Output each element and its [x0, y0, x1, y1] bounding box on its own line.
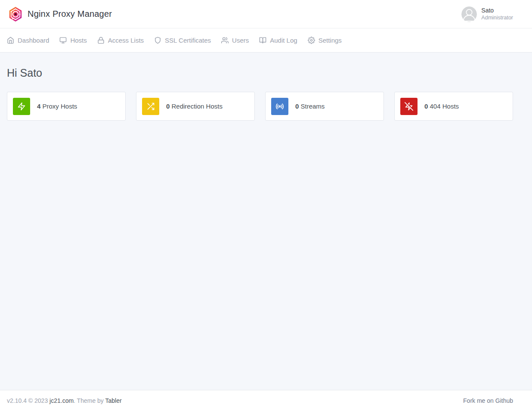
radio-icon: [271, 98, 288, 115]
main-nav: Dashboard Hosts Access Lists SSL Certifi…: [0, 28, 532, 53]
footer: v2.10.4 © 2023 jc21.com. Theme by Tabler…: [0, 390, 532, 411]
user-role: Administrator: [481, 14, 513, 21]
dead-hosts-card[interactable]: 0 404 Hosts: [394, 92, 513, 121]
zap-icon: [13, 98, 30, 115]
user-menu[interactable]: Sato Administrator: [461, 6, 513, 22]
theme-by-text: . Theme by: [74, 397, 104, 404]
home-icon: [7, 37, 14, 44]
nav-label: Hosts: [70, 37, 87, 44]
github-link[interactable]: Fork me on Github: [463, 397, 513, 404]
nav-label: Access Lists: [108, 37, 144, 44]
user-name: Sato: [481, 6, 513, 14]
proxy-hosts-label: Proxy Hosts: [43, 103, 77, 110]
avatar: [461, 6, 477, 22]
dead-hosts-label: 404 Hosts: [430, 103, 459, 110]
page-title: Hi Sato: [7, 67, 513, 79]
app-title: Nginx Proxy Manager: [28, 9, 112, 19]
app-header: Nginx Proxy Manager Sato Administrator: [0, 0, 532, 28]
redirection-hosts-card[interactable]: 0 Redirection Hosts: [136, 92, 255, 121]
proxy-hosts-count: 4: [37, 103, 40, 110]
nav-item-users[interactable]: Users: [221, 37, 249, 44]
nav-label: Audit Log: [270, 37, 297, 44]
nav-label: SSL Certificates: [165, 37, 211, 44]
version-text: v2.10.4 © 2023: [7, 397, 48, 404]
dead-hosts-count: 0: [424, 103, 428, 110]
nav-label: Dashboard: [18, 37, 49, 44]
nav-label: Settings: [319, 37, 342, 44]
main-content: Hi Sato 4 Proxy Hosts 0 Redirection Host…: [0, 53, 532, 390]
proxy-hosts-card[interactable]: 4 Proxy Hosts: [7, 92, 126, 121]
book-open-icon: [259, 37, 266, 44]
shield-icon: [154, 37, 161, 44]
streams-count: 0: [295, 103, 299, 110]
redirection-hosts-label: Redirection Hosts: [172, 103, 223, 110]
nav-item-dashboard[interactable]: Dashboard: [7, 37, 49, 44]
tabler-link[interactable]: Tabler: [105, 397, 122, 404]
nav-item-access-lists[interactable]: Access Lists: [97, 37, 144, 44]
lock-icon: [97, 37, 105, 44]
users-icon: [221, 37, 229, 44]
page: Nginx Proxy Manager Sato Administrator D…: [0, 0, 532, 411]
nav-item-settings[interactable]: Settings: [308, 37, 342, 44]
zap-off-icon: [400, 98, 418, 115]
streams-card[interactable]: 0 Streams: [265, 92, 384, 121]
footer-credits: v2.10.4 © 2023 jc21.com. Theme by Tabler: [7, 397, 122, 404]
brand[interactable]: Nginx Proxy Manager: [8, 6, 112, 22]
shuffle-icon: [142, 98, 159, 115]
gear-icon: [308, 37, 315, 44]
redirection-hosts-count: 0: [166, 103, 170, 110]
streams-label: Streams: [301, 103, 325, 110]
nav-label: Users: [232, 37, 249, 44]
stat-cards: 4 Proxy Hosts 0 Redirection Hosts 0 Stre…: [7, 92, 513, 121]
nav-item-hosts[interactable]: Hosts: [59, 37, 87, 44]
nav-item-ssl-certificates[interactable]: SSL Certificates: [154, 37, 211, 44]
npm-logo-icon: [8, 6, 23, 22]
nav-item-audit-log[interactable]: Audit Log: [259, 37, 297, 44]
monitor-icon: [59, 37, 67, 44]
jc21-link[interactable]: jc21.com: [49, 397, 74, 404]
